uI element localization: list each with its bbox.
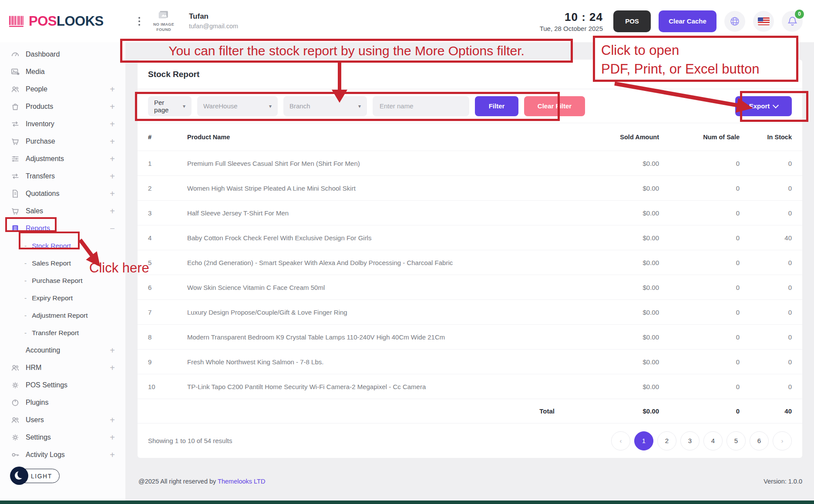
total-num-of-sale: 0 — [659, 407, 740, 415]
sidebar-item-transfer-report[interactable]: -Transfer Report — [0, 324, 125, 342]
basket-icon — [10, 102, 20, 111]
sidebar-item-hrm[interactable]: HRM+ — [0, 359, 125, 376]
per-page-select[interactable]: Per page ▾ — [148, 96, 192, 116]
page-button-5[interactable]: 5 — [727, 431, 746, 450]
pos-button[interactable]: POS — [613, 10, 651, 32]
user-email: tufan@gmail.com — [189, 22, 238, 30]
sidebar-item-activity-logs[interactable]: Activity Logs+ — [0, 446, 125, 464]
next-page-button[interactable]: › — [773, 431, 792, 450]
sidebar-item-users[interactable]: Users+ — [0, 411, 125, 429]
sidebar-item-adjustment-report[interactable]: -Adjustment Report — [0, 307, 125, 324]
locale-flag-button[interactable] — [753, 11, 774, 32]
chevron-down-icon: ▾ — [269, 103, 272, 109]
sidebar-item-dashboard[interactable]: Dashboard — [0, 46, 125, 63]
sidebar-item-media[interactable]: Media — [0, 63, 125, 81]
bottom-accent-bar — [0, 501, 814, 504]
report-icon — [10, 224, 20, 233]
stock-report-card: Stock Report Per page ▾ WareHouse ▾ Bran… — [138, 60, 802, 458]
filter-bar: Per page ▾ WareHouse ▾ Branch ▾ Filter C… — [138, 89, 802, 123]
swap-arrows-icon — [10, 119, 20, 129]
sidebar-item-inventory[interactable]: Inventory+ — [0, 115, 125, 133]
sidebar-item-plugins[interactable]: Plugins — [0, 394, 125, 411]
annotation-export-note: Click to open PDF, Print, or Excel butto… — [593, 36, 798, 82]
app-logo[interactable]: POSLOOKS — [9, 13, 136, 29]
globe-icon — [729, 16, 740, 27]
table-row: 2Women High Waist Stripe Pleated A Line … — [138, 175, 802, 200]
key-icon — [10, 450, 20, 460]
page-button-4[interactable]: 4 — [703, 431, 723, 450]
sidebar-collapse-menu-icon[interactable] — [136, 14, 143, 28]
media-icon — [10, 67, 20, 77]
footer: @2025 All right reserved by Themelooks L… — [138, 478, 802, 485]
clear-filter-button[interactable]: Clear Filter — [524, 96, 585, 116]
sidebar-item-purchase[interactable]: Purchase+ — [0, 133, 125, 150]
clock: 10 : 24 Tue, 28 October 2025 — [540, 10, 603, 32]
sidebar-item-adjustments[interactable]: Adjustments+ — [0, 150, 125, 168]
sidebar-item-pos-settings[interactable]: POS Settings — [0, 376, 125, 394]
table-row: 5Echo (2nd Generation) - Smart Speaker W… — [138, 250, 802, 275]
pagination-row: Showing 1 to 10 of 54 results ‹ 1 2 3 4 … — [138, 423, 802, 458]
sidebar-item-sales[interactable]: Sales+ — [0, 202, 125, 220]
blank-icon — [10, 346, 20, 355]
page-button-2[interactable]: 2 — [657, 431, 676, 450]
table-row: 8Modern Transparent Bedroom K9 Crystal T… — [138, 324, 802, 349]
user-name: Tufan — [189, 11, 238, 22]
barcode-logo-icon — [9, 15, 25, 28]
total-in-stock: 40 — [740, 407, 792, 415]
table-header: # Product Name Sold Amount Num of Sale I… — [138, 123, 802, 151]
gear-icon — [10, 433, 20, 442]
language-globe-button[interactable] — [724, 11, 745, 32]
clock-time: 10 : 24 — [540, 10, 603, 24]
swap-arrows-icon — [10, 171, 20, 181]
filter-button[interactable]: Filter — [475, 96, 518, 116]
theme-toggle[interactable]: LIGHT — [13, 469, 60, 483]
branch-select[interactable]: Branch ▾ — [283, 96, 367, 116]
table-row: 1Premium Full Sleeves Casual Shirt For M… — [138, 151, 802, 175]
clear-cache-button[interactable]: Clear Cache — [659, 10, 716, 32]
sidebar-item-reports[interactable]: Reports− — [0, 220, 125, 237]
warehouse-select[interactable]: WareHouse ▾ — [197, 96, 278, 116]
notification-count-badge: 0 — [795, 10, 804, 19]
chevron-down-icon: ▾ — [358, 103, 361, 109]
total-sold: $0.00 — [555, 407, 659, 415]
chevron-down-icon: ▾ — [183, 103, 185, 109]
user-info: Tufan tufan@gmail.com — [189, 11, 238, 30]
export-button[interactable]: Export — [735, 96, 792, 116]
page-button-6[interactable]: 6 — [750, 431, 769, 450]
gauge-icon — [10, 50, 20, 59]
product-name-input[interactable] — [373, 96, 469, 116]
sidebar-item-people[interactable]: People+ — [0, 81, 125, 98]
page-title: Stock Report — [148, 70, 199, 79]
results-summary: Showing 1 to 10 of 54 results — [148, 437, 232, 444]
sidebar-item-quotations[interactable]: Quotations+ — [0, 185, 125, 202]
sidebar-item-accounting[interactable]: Accounting+ — [0, 342, 125, 359]
logo-text: POSLOOKS — [29, 13, 104, 29]
sidebar-item-stock-report[interactable]: -Stock Report — [0, 237, 125, 255]
sidebar-item-expiry-report[interactable]: -Expiry Report — [0, 289, 125, 307]
clock-date: Tue, 28 October 2025 — [540, 25, 603, 32]
no-image-label: NO IMAGE FOUND — [150, 22, 178, 32]
table-row: 7Luxury Design Propose/Couple/Gift & Lov… — [138, 299, 802, 324]
plug-icon — [10, 398, 20, 407]
table-total-row: Total $0.00 0 40 — [138, 399, 802, 423]
page-button-3[interactable]: 3 — [680, 431, 700, 450]
total-label: Total — [187, 407, 555, 415]
user-avatar-placeholder[interactable]: NO IMAGE FOUND — [150, 10, 178, 32]
gear-icon — [10, 380, 20, 390]
page-button-1[interactable]: 1 — [634, 431, 653, 450]
prev-page-button[interactable]: ‹ — [611, 431, 630, 450]
people-icon — [10, 84, 20, 94]
sidebar-item-products[interactable]: Products+ — [0, 98, 125, 115]
document-icon — [10, 189, 20, 198]
table-row: 10TP-Link Tapo C200 Pantilt Home Securit… — [138, 374, 802, 399]
sidebar-item-settings[interactable]: Settings+ — [0, 429, 125, 446]
company-link[interactable]: Themelooks LTD — [218, 478, 265, 485]
table-row: 6Wow Skin Science Vitamin C Face Cream 5… — [138, 275, 802, 299]
table-row: 4Baby Cotton Frock Check Ferel With Excl… — [138, 225, 802, 250]
sidebar-item-transfers[interactable]: Transfers+ — [0, 168, 125, 185]
moon-icon — [10, 467, 28, 485]
no-image-icon — [158, 10, 169, 20]
notifications-button[interactable]: 0 — [782, 11, 803, 32]
copyright-text: @2025 All right reserved by Themelooks L… — [138, 478, 265, 485]
table-row: 9Fresh Whole Northwest King Salmon - 7-8… — [138, 349, 802, 374]
